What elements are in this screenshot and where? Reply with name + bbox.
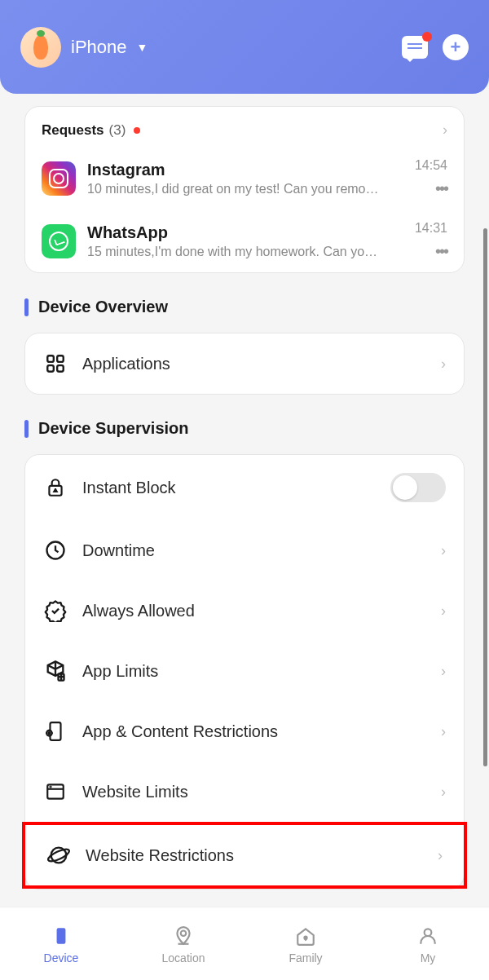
- planet-icon: [46, 843, 71, 867]
- instagram-icon: [42, 161, 76, 196]
- svg-rect-0: [47, 355, 54, 362]
- nav-my[interactable]: My: [367, 907, 489, 980]
- instant-block-toggle[interactable]: [390, 473, 446, 502]
- more-icon[interactable]: •••: [435, 242, 447, 261]
- chevron-right-icon: ›: [441, 784, 446, 801]
- applications-item[interactable]: Applications ›: [25, 333, 464, 394]
- nav-family[interactable]: Family: [244, 907, 367, 980]
- device-selector[interactable]: iPhone ▼: [20, 27, 148, 68]
- chevron-right-icon: ›: [441, 542, 446, 559]
- main-content: Requests (3) › Instagram 10 minutes,I di…: [0, 94, 489, 890]
- chevron-right-icon: ›: [441, 603, 446, 620]
- nav-location[interactable]: Location: [122, 907, 244, 980]
- chevron-right-icon: ›: [441, 663, 446, 680]
- family-icon: [293, 924, 318, 948]
- svg-rect-3: [57, 365, 64, 372]
- svg-rect-2: [47, 365, 54, 372]
- requests-title: Requests (3): [42, 122, 140, 139]
- browser-icon: [43, 779, 68, 804]
- chevron-right-icon: ›: [438, 847, 443, 864]
- avatar: [20, 27, 61, 68]
- app-limits-item[interactable]: App Limits ›: [25, 641, 464, 701]
- supervision-section-header: Device Supervision: [24, 419, 465, 438]
- unread-dot: [134, 127, 140, 134]
- chat-icon[interactable]: [402, 36, 428, 59]
- device-name: iPhone: [71, 37, 127, 58]
- website-limits-item[interactable]: Website Limits ›: [25, 761, 464, 822]
- person-icon: [416, 924, 440, 948]
- always-allowed-item[interactable]: Always Allowed ›: [25, 580, 464, 641]
- request-meta: 14:31 •••: [415, 221, 447, 261]
- phone-settings-icon: [43, 719, 68, 744]
- request-content: WhatsApp 15 minutes,I'm done with my hom…: [87, 223, 403, 259]
- svg-point-16: [425, 929, 432, 936]
- request-item-instagram[interactable]: Instagram 10 minutes,I did great on my t…: [25, 147, 464, 210]
- website-restrictions-item[interactable]: Website Restrictions ›: [22, 822, 467, 889]
- downtime-item[interactable]: Downtime ›: [25, 520, 464, 580]
- request-item-whatsapp[interactable]: WhatsApp 15 minutes,I'm done with my hom…: [25, 210, 464, 272]
- supervision-card: Instant Block Downtime › Always Allowed: [24, 454, 465, 890]
- svg-rect-1: [57, 355, 64, 362]
- more-icon[interactable]: •••: [435, 179, 447, 198]
- app-content-restrictions-item[interactable]: App & Content Restrictions ›: [25, 701, 464, 761]
- section-accent: [24, 298, 29, 316]
- svg-point-11: [51, 787, 51, 788]
- scrollbar[interactable]: [483, 228, 487, 766]
- chevron-right-icon: ›: [443, 121, 447, 139]
- lock-icon: [43, 475, 68, 500]
- device-icon: [49, 924, 73, 948]
- badge-check-icon: [43, 598, 68, 623]
- whatsapp-icon: [42, 224, 76, 258]
- requests-header[interactable]: Requests (3) ›: [25, 107, 464, 147]
- instant-block-item[interactable]: Instant Block: [25, 455, 464, 520]
- app-header: iPhone ▼ +: [0, 0, 489, 94]
- apps-grid-icon: [43, 351, 68, 376]
- chevron-down-icon: ▼: [137, 41, 148, 54]
- svg-point-15: [181, 930, 187, 936]
- header-actions: +: [402, 34, 469, 60]
- location-icon: [171, 924, 196, 948]
- request-content: Instagram 10 minutes,I did great on my t…: [87, 161, 403, 196]
- nav-device[interactable]: Device: [0, 907, 122, 980]
- clock-icon: [43, 538, 68, 563]
- chevron-right-icon: ›: [441, 723, 446, 740]
- svg-point-13: [47, 847, 70, 863]
- add-button[interactable]: +: [443, 34, 469, 60]
- bottom-navigation: Device Location Family My: [0, 907, 489, 980]
- requests-card: Requests (3) › Instagram 10 minutes,I di…: [24, 106, 465, 273]
- svg-rect-14: [57, 928, 66, 944]
- overview-section-header: Device Overview: [24, 298, 465, 316]
- cube-timer-icon: [43, 659, 68, 683]
- chevron-right-icon: ›: [441, 355, 446, 373]
- section-accent: [24, 420, 29, 438]
- notification-dot: [422, 32, 432, 42]
- svg-point-9: [48, 732, 50, 734]
- overview-card: Applications ›: [24, 333, 465, 395]
- request-meta: 14:54 •••: [415, 158, 447, 198]
